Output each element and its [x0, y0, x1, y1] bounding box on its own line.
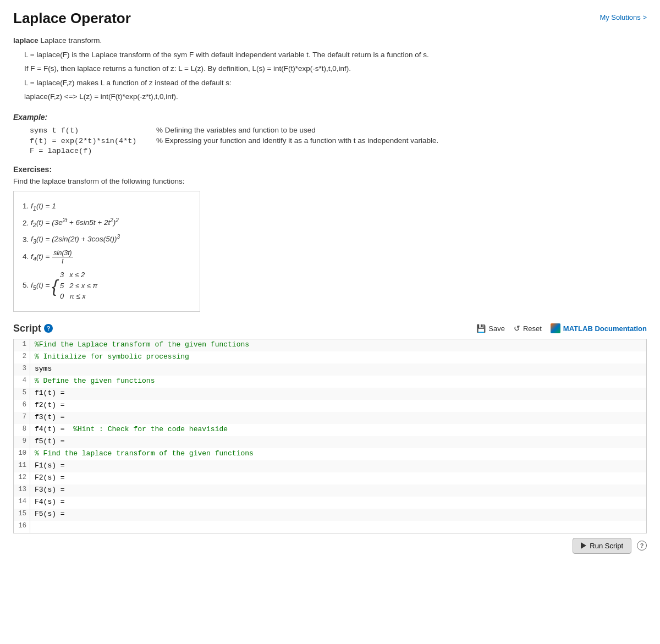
- exercise-num-2: 2.: [23, 218, 31, 227]
- script-header: Script ? 💾 Save ↺ Reset MATLAB Documenta…: [13, 323, 647, 334]
- exercise-item-2: 2. f2(t) = (3e2t + 6sin5t + 2t2)2: [23, 216, 191, 230]
- code-line-6: 6 f2(t) =: [14, 400, 646, 412]
- exercise-item-4: 4. f4(t) = sin(3t) t: [23, 249, 191, 266]
- code-line-10: 10 % Find the laplace transform of the g…: [14, 448, 646, 460]
- example-table: syms t f(t) % Defining the variables and…: [30, 126, 647, 155]
- line-content-4[interactable]: % Define the given functions: [30, 376, 646, 388]
- line-content-13[interactable]: F3(s) =: [30, 485, 646, 497]
- line-content-16[interactable]: [30, 521, 646, 533]
- my-solutions-link[interactable]: My Solutions >: [600, 13, 647, 21]
- exercise-num-1: 1.: [23, 202, 31, 210]
- code-line-11: 11 F1(s) =: [14, 460, 646, 472]
- exercise-formula-4: f4(t) = sin(3t) t: [31, 252, 74, 261]
- line-content-7[interactable]: f3(t) =: [30, 412, 646, 424]
- example-comment-2: % Expressing your function and identify …: [156, 136, 438, 145]
- line-content-12[interactable]: F2(s) =: [30, 472, 646, 485]
- exercise-formula-1: f1(t) = 1: [31, 202, 56, 210]
- run-triangle-icon: [581, 542, 586, 549]
- exercise-formula-2: f2(t) = (3e2t + 6sin5t + 2t2)2: [31, 218, 119, 227]
- code-line-15: 15 F5(s) =: [14, 509, 646, 521]
- exercise-formula-5: f5(t) = { 3x ≤ 2 52 ≤ x ≤ π 0π ≤ x: [31, 281, 97, 289]
- line-content-2[interactable]: % Initialize for symbolic processing: [30, 351, 646, 364]
- run-help-icon[interactable]: ?: [637, 541, 647, 551]
- desc-line-2: If F = F(s), then laplace returns a func…: [24, 63, 647, 75]
- line-content-9[interactable]: f5(t) =: [30, 436, 646, 448]
- line-num-9: 9: [14, 436, 30, 448]
- code-line-5: 5 f1(t) =: [14, 388, 646, 400]
- exercise-num-4: 4.: [23, 252, 31, 261]
- line-content-6[interactable]: f2(t) =: [30, 400, 646, 412]
- exercises-section: Exercises: Find the laplace transform of…: [13, 165, 647, 312]
- desc-line-4: laplace(F,z) <=> L(z) = int(F(t)*exp(-z*…: [24, 91, 647, 103]
- code-line-2: 2 % Initialize for symbolic processing: [14, 351, 646, 364]
- reset-label: Reset: [523, 324, 542, 333]
- exercises-intro: Find the laplace transform of the follow…: [13, 177, 647, 185]
- script-actions: 💾 Save ↺ Reset MATLAB Documentation: [476, 323, 647, 333]
- description-block: laplace Laplace transform. L = laplace(F…: [13, 35, 647, 103]
- code-line-12: 12 F2(s) =: [14, 472, 646, 485]
- script-help-icon[interactable]: ?: [44, 324, 53, 333]
- line-content-1[interactable]: %Find the Laplace transform of the given…: [30, 339, 646, 351]
- line-num-3: 3: [14, 364, 30, 376]
- exercises-box: 1. f1(t) = 1 2. f2(t) = (3e2t + 6sin5t +…: [13, 191, 200, 312]
- save-icon: 💾: [476, 324, 486, 333]
- run-script-button[interactable]: Run Script: [573, 538, 631, 554]
- line-content-15[interactable]: F5(s) =: [30, 509, 646, 521]
- example-section: Example: syms t f(t) % Defining the vari…: [13, 113, 647, 155]
- line-content-3[interactable]: syms: [30, 364, 646, 376]
- example-row-1: syms t f(t) % Defining the variables and…: [30, 126, 647, 135]
- line-num-10: 10: [14, 448, 30, 460]
- code-line-8: 8 f4(t) = %Hint : Check for the code hea…: [14, 424, 646, 436]
- run-script-label: Run Script: [590, 542, 623, 550]
- line-content-11[interactable]: F1(s) =: [30, 460, 646, 472]
- matlab-doc-button[interactable]: MATLAB Documentation: [551, 323, 647, 333]
- line-num-7: 7: [14, 412, 30, 424]
- exercise-item-3: 3. f3(t) = (2sin(2t) + 3cos(5t))3: [23, 233, 191, 246]
- exercises-title: Exercises:: [13, 165, 647, 174]
- line-content-10[interactable]: % Find the laplace transform of the give…: [30, 448, 646, 460]
- example-code-3: F = laplace(f): [30, 147, 151, 155]
- reset-button[interactable]: ↺ Reset: [514, 324, 542, 333]
- code-line-1: 1 %Find the Laplace transform of the giv…: [14, 339, 646, 351]
- code-line-14: 14 F4(s) =: [14, 497, 646, 509]
- line-content-5[interactable]: f1(t) =: [30, 388, 646, 400]
- code-editor[interactable]: 1 %Find the Laplace transform of the giv…: [13, 339, 647, 533]
- line-num-6: 6: [14, 400, 30, 412]
- example-code-2: f(t) = exp(2*t)*sin(4*t): [30, 137, 151, 145]
- script-title: Script ?: [13, 323, 53, 334]
- line-num-13: 13: [14, 485, 30, 497]
- code-line-16: 16: [14, 521, 646, 533]
- run-btn-area: Run Script ?: [13, 538, 647, 554]
- line-num-2: 2: [14, 351, 30, 364]
- example-row-3: F = laplace(f): [30, 147, 647, 155]
- exercise-num-3: 3.: [23, 235, 31, 243]
- exercise-item-5: 5. f5(t) = { 3x ≤ 2 52 ≤ x ≤ π 0π ≤ x: [23, 269, 191, 302]
- line-num-4: 4: [14, 376, 30, 388]
- line-num-14: 14: [14, 497, 30, 509]
- code-line-9: 9 f5(t) =: [14, 436, 646, 448]
- save-button[interactable]: 💾 Save: [476, 324, 505, 333]
- reset-icon: ↺: [514, 324, 520, 333]
- line-content-8[interactable]: f4(t) = %Hint : Check for the code heavi…: [30, 424, 646, 436]
- page-title: Laplace Operator: [13, 10, 131, 27]
- line-num-15: 15: [14, 509, 30, 521]
- desc-line-3: L = laplace(F,z) makes L a function of z…: [24, 77, 647, 89]
- matlab-doc-label: MATLAB Documentation: [563, 324, 647, 333]
- exercise-item-1: 1. f1(t) = 1: [23, 201, 191, 213]
- exercise-formula-3: f3(t) = (2sin(2t) + 3cos(5t))3: [31, 235, 120, 243]
- code-line-4: 4 % Define the given functions: [14, 376, 646, 388]
- example-comment-1: % Defining the variables and function to…: [156, 126, 316, 134]
- line-content-14[interactable]: F4(s) =: [30, 497, 646, 509]
- example-row-2: f(t) = exp(2*t)*sin(4*t) % Expressing yo…: [30, 136, 647, 145]
- script-title-text: Script: [13, 323, 41, 334]
- line-num-1: 1: [14, 339, 30, 351]
- example-title: Example:: [13, 113, 647, 122]
- line-num-11: 11: [14, 460, 30, 472]
- code-line-7: 7 f3(t) =: [14, 412, 646, 424]
- code-line-13: 13 F3(s) =: [14, 485, 646, 497]
- save-label: Save: [488, 324, 505, 333]
- line-num-16: 16: [14, 521, 30, 533]
- line-num-8: 8: [14, 424, 30, 436]
- example-code-1: syms t f(t): [30, 126, 151, 135]
- desc-line-1: L = laplace(F) is the Laplace transform …: [24, 49, 647, 61]
